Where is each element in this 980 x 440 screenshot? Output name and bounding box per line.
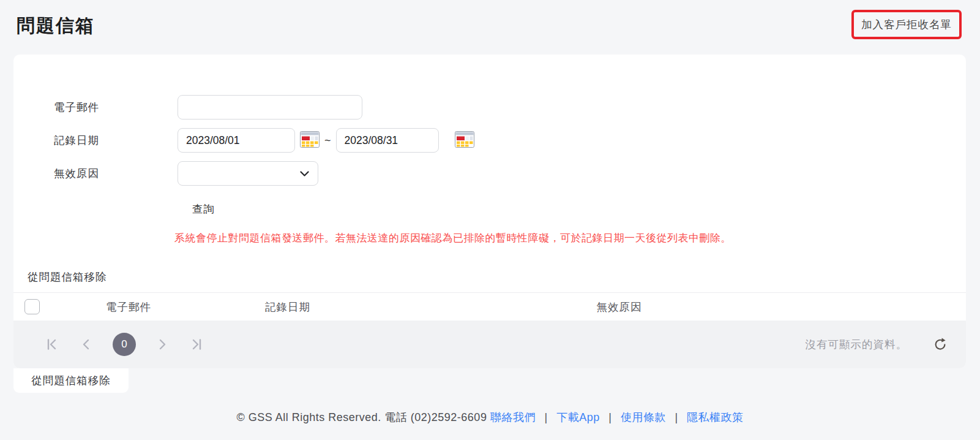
invalid-reason-label: 無效原因 [54, 166, 178, 181]
problem-mailbox-page: 問題信箱 加入客戶拒收名單 電子郵件 記錄日期 [0, 0, 980, 440]
main-card: 電子郵件 記錄日期 [13, 55, 966, 368]
next-page-button[interactable] [158, 338, 168, 351]
date-from-field[interactable] [178, 128, 295, 153]
calendar-icon [455, 131, 474, 150]
first-page-icon [45, 338, 59, 351]
contact-us-link[interactable]: 聯絡我們 [490, 411, 536, 423]
email-field[interactable] [178, 95, 362, 119]
privacy-policy-link[interactable]: 隱私權政策 [687, 411, 744, 423]
email-row: 電子郵件 [54, 95, 966, 119]
add-to-customer-reject-list-button[interactable]: 加入客戶拒收名單 [861, 17, 952, 32]
previous-page-button[interactable] [81, 338, 91, 351]
phone-number: (02)2592-6609 [411, 411, 487, 423]
last-page-button[interactable] [190, 338, 203, 351]
refresh-icon [933, 337, 948, 352]
top-bar: 問題信箱 加入客戶拒收名單 [0, 0, 980, 39]
footer: © GSS All Rights Reserved. 電話 (02)2592-6… [0, 410, 980, 425]
first-page-button[interactable] [45, 338, 59, 351]
column-header-invalid-reason: 無效原因 [358, 300, 966, 314]
table-header-row: 電子郵件 記錄日期 無效原因 [13, 292, 966, 321]
email-label: 電子郵件 [54, 100, 178, 115]
empty-data-message: 沒有可顯示的資料。 [806, 337, 908, 352]
page-title: 問題信箱 [17, 13, 95, 39]
phone-label: 電話 [384, 411, 407, 423]
column-header-record-date: 記錄日期 [217, 300, 358, 314]
next-page-icon [158, 338, 168, 351]
red-annotation-highlight: 加入客戶拒收名單 [851, 10, 962, 39]
remove-from-problem-mailbox-button-bottom[interactable]: 從問題信箱移除 [13, 368, 129, 393]
last-page-icon [190, 338, 203, 351]
date-range-separator: ~ [324, 134, 331, 147]
select-all-checkbox[interactable] [24, 299, 40, 314]
refresh-button[interactable] [933, 337, 948, 352]
previous-page-icon [81, 338, 91, 351]
warning-text: 系統會停止對問題信箱發送郵件。若無法送達的原因確認為已排除的暫時性障礙，可於記錄… [174, 231, 948, 245]
column-header-email: 電子郵件 [40, 300, 217, 314]
search-form: 電子郵件 記錄日期 [13, 55, 966, 245]
search-button[interactable]: 查詢 [192, 202, 215, 216]
current-page-indicator[interactable]: 0 [113, 333, 136, 356]
copyright-text: © GSS All Rights Reserved. [236, 411, 381, 423]
record-date-row: 記錄日期 [54, 128, 966, 153]
footer-separator: | [675, 411, 678, 423]
footer-separator: | [608, 411, 612, 423]
date-to-calendar-button[interactable] [455, 131, 474, 150]
record-date-label: 記錄日期 [54, 133, 178, 148]
footer-separator: | [544, 411, 547, 423]
download-app-link[interactable]: 下載App [556, 411, 600, 423]
calendar-icon [300, 131, 320, 150]
chevron-down-icon [300, 171, 309, 177]
date-to-field[interactable] [336, 128, 439, 153]
date-from-calendar-button[interactable] [300, 131, 320, 150]
remove-from-problem-mailbox-action-top[interactable]: 從問題信箱移除 [28, 270, 107, 284]
invalid-reason-select[interactable] [178, 161, 318, 186]
terms-of-use-link[interactable]: 使用條款 [621, 411, 666, 423]
invalid-reason-row: 無效原因 [54, 161, 966, 186]
pagination-bar: 0 沒有可顯示的資料。 [13, 321, 966, 368]
